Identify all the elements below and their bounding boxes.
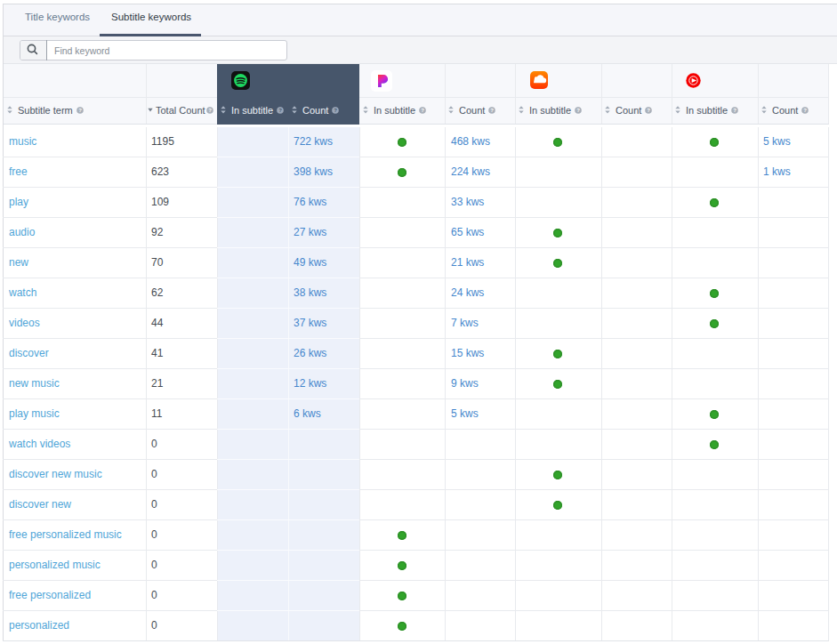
svg-text:?: ? (78, 108, 82, 113)
svg-text:?: ? (421, 108, 424, 113)
svg-text:?: ? (648, 108, 651, 113)
svg-text:?: ? (491, 108, 495, 113)
svg-text:?: ? (278, 108, 282, 113)
svg-text:?: ? (334, 108, 338, 113)
svg-text:?: ? (576, 108, 580, 113)
svg-text:?: ? (804, 108, 808, 113)
svg-text:?: ? (208, 108, 212, 113)
svg-text:?: ? (733, 108, 736, 113)
